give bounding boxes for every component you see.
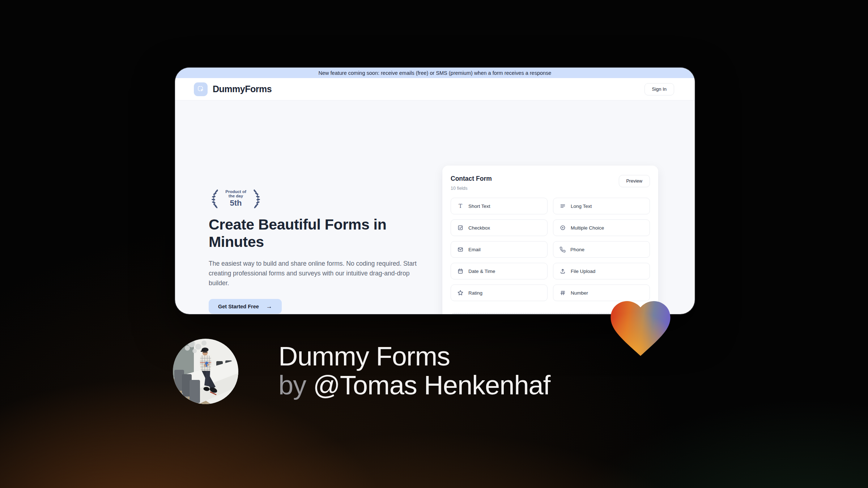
align-left-icon (559, 203, 566, 209)
calendar-icon (457, 268, 464, 274)
author-avatar (173, 339, 238, 404)
field-type-file-upload[interactable]: File Upload (553, 263, 650, 279)
award-title: Product of the day (222, 189, 249, 198)
radio-icon (559, 224, 566, 231)
caption-byline: by @Tomas Henkenhaf (278, 371, 550, 400)
field-label: Multiple Choice (571, 225, 604, 231)
hash-icon (559, 290, 566, 296)
hero-description: The easiest way to build and share onlin… (209, 259, 418, 288)
field-label: Email (468, 247, 481, 252)
heart-icon (605, 291, 676, 359)
site-header: DummyForms Sign In (175, 78, 695, 100)
field-type-checkbox[interactable]: Checkbox (451, 219, 548, 236)
form-title: Contact Form (451, 175, 492, 183)
checkbox-icon (457, 224, 464, 231)
field-label: Short Text (468, 204, 490, 209)
field-label: File Upload (571, 269, 595, 274)
field-type-short-text[interactable]: T Short Text (451, 198, 548, 214)
caption-by: by (278, 370, 306, 400)
landing-content: Product of the day 5th (175, 100, 695, 314)
sign-in-button[interactable]: Sign In (644, 83, 674, 95)
laurel-right-icon (252, 189, 263, 208)
svg-text:T: T (459, 203, 462, 209)
text-serif-t-icon: T (457, 203, 464, 209)
field-label: Rating (468, 290, 482, 296)
envelope-icon (457, 246, 464, 253)
field-type-multiple-choice[interactable]: Multiple Choice (553, 219, 650, 236)
cursor-select-icon (194, 82, 208, 96)
field-type-phone[interactable]: Phone (553, 241, 650, 258)
product-of-the-day-badge: Product of the day 5th (209, 189, 263, 208)
award-rank: 5th (222, 198, 249, 208)
form-card-header: Contact Form 10 fields Preview (451, 175, 650, 191)
author-photo-illustration (173, 339, 238, 404)
form-field-count: 10 fields (451, 186, 492, 191)
hero-section: Product of the day 5th (209, 189, 426, 314)
caption: Dummy Forms by @Tomas Henkenhaf (278, 342, 550, 400)
announcement-text: New feature coming soon: receive emails … (319, 70, 552, 76)
field-type-email[interactable]: Email (451, 241, 548, 258)
announcement-banner: New feature coming soon: receive emails … (175, 68, 695, 78)
laurel-left-icon (209, 189, 220, 208)
field-type-list: T Short Text Long Text (451, 198, 650, 301)
field-label: Checkbox (468, 225, 490, 231)
upload-icon (559, 268, 566, 274)
promo-canvas: New feature coming soon: receive emails … (0, 0, 868, 488)
browser-window: New feature coming soon: receive emails … (175, 68, 695, 314)
arrow-right-icon: → (266, 303, 272, 310)
field-label: Date & Time (468, 269, 495, 274)
preview-button[interactable]: Preview (619, 175, 650, 187)
brand-name: DummyForms (213, 84, 272, 94)
phone-icon (559, 247, 566, 253)
caption-author: @Tomas Henkenhaf (313, 370, 550, 400)
hero-heading: Create Beautiful Forms in Minutes (209, 216, 411, 251)
field-type-long-text[interactable]: Long Text (553, 198, 650, 214)
field-label: Number (571, 290, 588, 296)
caption-title: Dummy Forms (278, 342, 550, 371)
field-label: Long Text (571, 204, 592, 209)
field-type-rating[interactable]: Rating (451, 284, 548, 301)
get-started-label: Get Started Free (218, 304, 259, 309)
star-icon (457, 290, 464, 296)
brand-logo[interactable]: DummyForms (194, 82, 272, 96)
get-started-button[interactable]: Get Started Free → (209, 299, 282, 314)
field-type-date-time[interactable]: Date & Time (451, 263, 548, 279)
field-label: Phone (570, 247, 584, 252)
